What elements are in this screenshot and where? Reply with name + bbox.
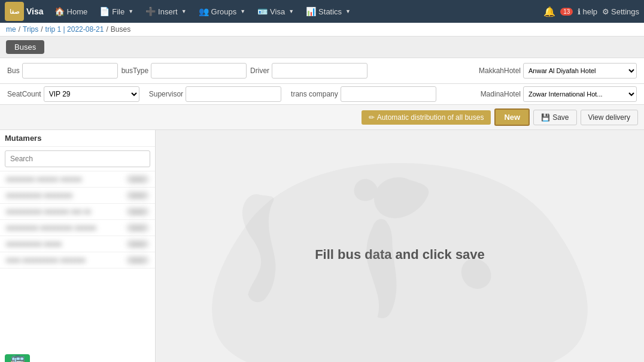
statics-icon: 📊 xyxy=(306,7,316,16)
bell-icon[interactable]: 🔔 xyxy=(543,6,555,17)
list-item[interactable]: xxxxxxxxxx xxxxx xxxx xyxy=(0,236,155,252)
list-item[interactable]: xxxxxxxx xxxxxx xxxxxx xxxx xyxy=(0,171,155,188)
home-icon: 🏠 xyxy=(54,7,65,16)
nav-statics[interactable]: 📊 Statics ▼ xyxy=(301,4,356,19)
insert-icon: ➕ xyxy=(145,7,156,16)
makkah-select[interactable]: Anwar Al Diyafah Hotel xyxy=(523,63,637,79)
transcompany-group: trans company xyxy=(291,86,436,102)
add-bus-button[interactable]: 🚌+ xyxy=(5,354,30,362)
map-background xyxy=(156,130,644,362)
help-button[interactable]: ℹ help xyxy=(578,7,597,16)
nav-visa[interactable]: 🪪 Visa ▼ xyxy=(253,4,299,19)
supervisor-input[interactable] xyxy=(186,86,281,102)
nav-home[interactable]: 🏠 Home xyxy=(50,4,93,19)
breadcrumb-trips[interactable]: Trips xyxy=(23,25,38,34)
seatcount-group: SeatCount VIP 29 VIP 30 Standard 40 Stan… xyxy=(7,86,139,102)
driver-group: Driver xyxy=(250,63,367,79)
file-arrow: ▼ xyxy=(128,8,133,14)
breadcrumb: me / Trips / trip 1 | 2022-08-21 / Buses xyxy=(0,23,644,37)
file-icon: 📄 xyxy=(99,7,110,16)
gear-icon: ⚙ xyxy=(602,7,609,16)
app-logo: صفا Visa xyxy=(5,2,44,21)
sidebar-header: Mutamers xyxy=(0,130,155,147)
bus-input[interactable] xyxy=(22,63,118,79)
seatcount-select[interactable]: VIP 29 VIP 30 Standard 40 Standard 50 xyxy=(44,86,139,102)
statics-arrow: ▼ xyxy=(345,8,351,14)
settings-button[interactable]: ⚙ Settings xyxy=(602,7,639,16)
madina-group: MadinaHotel Zowar International Hot... O… xyxy=(481,86,637,102)
bustype-input[interactable] xyxy=(151,63,247,79)
info-icon: ℹ xyxy=(578,7,581,16)
buses-tab[interactable]: Buses xyxy=(6,40,44,54)
supervisor-label: Supervisor xyxy=(149,90,183,98)
transcompany-input[interactable] xyxy=(341,86,436,102)
list-item[interactable]: xxxxxxxxxx xxxxxxxx xxxx xyxy=(0,188,155,204)
bus-plus-icon: 🚌+ xyxy=(10,351,25,363)
nav-groups[interactable]: 👥 Groups ▼ xyxy=(194,4,251,19)
driver-label: Driver xyxy=(250,67,269,75)
nav-right: 🔔 13 ℹ help ⚙ Settings xyxy=(543,6,639,17)
madina-label: MadinaHotel xyxy=(481,90,521,98)
supervisor-group: Supervisor xyxy=(149,86,281,102)
groups-icon: 👥 xyxy=(199,7,209,16)
save-icon: 💾 xyxy=(541,113,550,122)
madina-select[interactable]: Zowar International Hot... Other Hotel 2 xyxy=(523,86,637,102)
nav-insert[interactable]: ➕ Insert ▼ xyxy=(141,4,191,19)
bustype-label: busType xyxy=(121,67,148,75)
breadcrumb-home[interactable]: me xyxy=(6,25,16,34)
list-item[interactable]: xxxxxxxxx xxxxxxxxx xxxxxx xxxx xyxy=(0,220,155,236)
form-row2: SeatCount VIP 29 VIP 30 Standard 40 Stan… xyxy=(0,84,644,105)
right-panel: Fill bus data and click save xyxy=(156,130,644,362)
main-content: Mutamers xxxxxxxx xxxxxx xxxxxx xxxx xxx… xyxy=(0,130,644,362)
breadcrumb-trip[interactable]: trip 1 | 2022-08-21 xyxy=(45,25,104,34)
wand-icon: ✏ xyxy=(369,113,375,122)
sidebar: Mutamers xxxxxxxx xxxxxx xxxxxx xxxx xxx… xyxy=(0,130,156,362)
makkah-label: MakkahHotel xyxy=(479,67,521,75)
list-item[interactable]: xxxxxxxxxx xxxxxxx xxx xx xxxx xyxy=(0,204,155,220)
hotel-group: MakkahHotel Anwar Al Diyafah Hotel xyxy=(479,63,637,79)
nav-file[interactable]: 📄 File ▼ xyxy=(95,4,138,19)
save-button[interactable]: 💾 Save xyxy=(533,110,576,125)
actions-row: ✏ Automatic distribution of all buses Ne… xyxy=(0,105,644,130)
logo-icon: صفا xyxy=(5,2,24,21)
navbar: صفا Visa 🏠 Home 📄 File ▼ ➕ Insert ▼ 👥 Gr… xyxy=(0,0,644,23)
transcompany-label: trans company xyxy=(291,90,338,98)
notifications-badge: 13 xyxy=(560,8,573,16)
visa-icon: 🪪 xyxy=(257,7,268,16)
bus-label: Bus xyxy=(7,67,20,75)
auto-distribute-button[interactable]: ✏ Automatic distribution of all buses xyxy=(362,110,491,125)
driver-input[interactable] xyxy=(272,63,367,79)
breadcrumb-buses: Buses xyxy=(111,25,130,34)
visa-arrow: ▼ xyxy=(288,8,294,14)
groups-arrow: ▼ xyxy=(240,8,245,14)
app-title: Visa xyxy=(26,7,44,16)
sidebar-list: xxxxxxxx xxxxxx xxxxxx xxxx xxxxxxxxxx x… xyxy=(0,171,155,349)
bustype-group: busType xyxy=(121,63,247,79)
search-input[interactable] xyxy=(5,150,150,167)
seatcount-label: SeatCount xyxy=(7,90,41,98)
section-header: Buses xyxy=(0,37,644,58)
new-button[interactable]: New xyxy=(494,108,530,126)
bus-group: Bus xyxy=(7,63,118,79)
list-item[interactable]: xxxx xxxxxxxxxx xxxxxxx xxxx xyxy=(0,252,155,269)
view-delivery-button[interactable]: View delivery xyxy=(581,110,638,125)
form-row1: Bus busType Driver MakkahHotel Anwar Al … xyxy=(0,58,644,84)
insert-arrow: ▼ xyxy=(181,8,187,14)
search-box xyxy=(0,147,155,171)
